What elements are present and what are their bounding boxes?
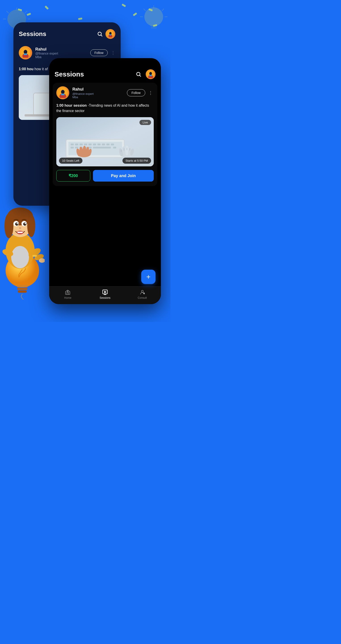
svg-line-16 — [162, 9, 164, 11]
svg-line-7 — [25, 11, 27, 13]
svg-rect-50 — [32, 255, 37, 257]
svg-rect-79 — [111, 144, 114, 145]
session-user-handle: @finance expert — [72, 92, 124, 96]
header-actions — [134, 69, 156, 79]
session-description-bold: 1:00 hour session — [56, 104, 87, 107]
follow-button[interactable]: Follow — [127, 89, 145, 96]
confetti-6 — [133, 12, 137, 16]
pay-and-join-button[interactable]: Pay and Join — [93, 170, 154, 182]
phone-front-inner: Sessions — [49, 58, 161, 304]
svg-rect-75 — [93, 144, 96, 145]
confetti-4 — [78, 18, 82, 20]
nav-label-consult: Consult — [138, 296, 147, 300]
confetti-3 — [45, 6, 49, 10]
svg-point-37 — [27, 215, 35, 237]
search-button[interactable] — [134, 70, 143, 78]
svg-rect-85 — [93, 147, 111, 148]
back-phone-user-handle: @finance expert — [35, 52, 87, 55]
price-button[interactable]: ₹200 — [56, 170, 90, 182]
svg-point-10 — [144, 8, 163, 26]
back-phone-title: Sessions — [19, 30, 46, 38]
seats-left-info: 10 Seats Left — [59, 158, 82, 164]
svg-rect-23 — [109, 34, 112, 36]
svg-line-58 — [140, 75, 141, 76]
back-phone-more-icon[interactable]: ⋮ — [111, 50, 115, 56]
svg-rect-78 — [106, 144, 109, 145]
back-phone-header: Sessions — [19, 29, 115, 39]
session-card-actions: Follow ⋮ — [127, 89, 154, 96]
svg-point-90 — [83, 146, 86, 156]
svg-rect-72 — [79, 144, 83, 145]
session-card: Rahul @finance expert Mba Follow ⋮ 1:00 … — [53, 83, 157, 186]
confetti-5 — [122, 4, 126, 7]
live-badge: Live — [139, 120, 151, 125]
svg-rect-70 — [71, 144, 74, 145]
svg-rect-73 — [84, 144, 87, 145]
bottom-navigation: Home Sessions — [49, 286, 161, 304]
svg-point-36 — [4, 214, 13, 238]
svg-rect-86 — [113, 147, 116, 148]
svg-rect-66 — [61, 94, 65, 95]
fab-plus-icon: + — [146, 273, 151, 280]
svg-rect-12 — [151, 27, 157, 28]
svg-rect-71 — [75, 144, 78, 145]
svg-point-60 — [149, 72, 152, 75]
session-user-details: Rahul @finance expert Mba — [72, 87, 124, 99]
back-phone-avatar — [105, 29, 115, 39]
back-phone-user-avatar — [19, 46, 32, 60]
app-title: Sessions — [54, 70, 84, 78]
back-phone-follow-button[interactable]: Follow — [90, 50, 108, 56]
session-user-degree: Mba — [72, 96, 124, 99]
app-header: Sessions — [49, 58, 161, 83]
back-phone-session-rest: how it af — [34, 67, 48, 71]
svg-line-19 — [101, 35, 102, 36]
nav-item-home[interactable]: Home — [49, 289, 86, 300]
nav-item-consult[interactable]: Consult — [124, 289, 161, 300]
svg-point-43 — [24, 223, 26, 224]
svg-rect-76 — [97, 144, 101, 145]
svg-rect-81 — [75, 147, 78, 148]
starts-at-info: Starts at 5:50 PM — [122, 158, 151, 164]
svg-rect-62 — [149, 75, 152, 76]
svg-line-5 — [7, 11, 8, 13]
svg-rect-84 — [88, 147, 92, 148]
front-phone: Sessions — [49, 58, 161, 304]
svg-line-14 — [144, 9, 145, 11]
home-icon — [65, 289, 71, 296]
svg-point-33 — [11, 246, 29, 268]
svg-marker-105 — [105, 291, 106, 293]
svg-rect-54 — [17, 288, 27, 290]
back-phone-session-bold: 1:00 hou — [19, 67, 33, 71]
svg-rect-80 — [71, 147, 74, 148]
svg-point-96 — [125, 146, 129, 156]
bulb-decoration-back-right — [139, 4, 168, 34]
session-thumbnail: Live 10 Seats Left Starts at 5:50 PM — [56, 117, 154, 166]
fab-add-button[interactable]: + — [141, 270, 156, 284]
payment-row: ₹200 Pay and Join — [53, 170, 157, 186]
nav-label-home: Home — [64, 296, 71, 300]
svg-point-25 — [24, 50, 27, 54]
session-user-name: Rahul — [72, 87, 124, 92]
session-user-avatar — [56, 86, 69, 99]
sessions-icon — [102, 289, 108, 296]
nav-label-sessions: Sessions — [100, 296, 111, 300]
back-phone-user-name: Rahul — [35, 47, 87, 52]
session-user-info-row: Rahul @finance expert Mba Follow ⋮ — [53, 83, 157, 101]
svg-rect-77 — [102, 144, 105, 145]
nav-item-sessions[interactable]: Sessions — [86, 289, 124, 300]
consult-icon — [139, 289, 145, 296]
svg-rect-11 — [150, 24, 157, 26]
header-user-avatar[interactable] — [146, 69, 156, 79]
svg-point-108 — [141, 290, 143, 292]
svg-rect-74 — [88, 144, 92, 145]
svg-point-44 — [19, 227, 21, 229]
more-options-button[interactable]: ⋮ — [147, 90, 154, 96]
svg-rect-55 — [18, 290, 27, 293]
svg-rect-27 — [24, 54, 27, 55]
svg-rect-46 — [17, 232, 23, 233]
svg-point-103 — [67, 291, 68, 292]
svg-point-42 — [16, 223, 18, 224]
back-search-icon — [97, 31, 103, 37]
back-phone-user-info: Rahul @finance expert Mba — [35, 47, 87, 59]
svg-point-64 — [61, 90, 65, 94]
